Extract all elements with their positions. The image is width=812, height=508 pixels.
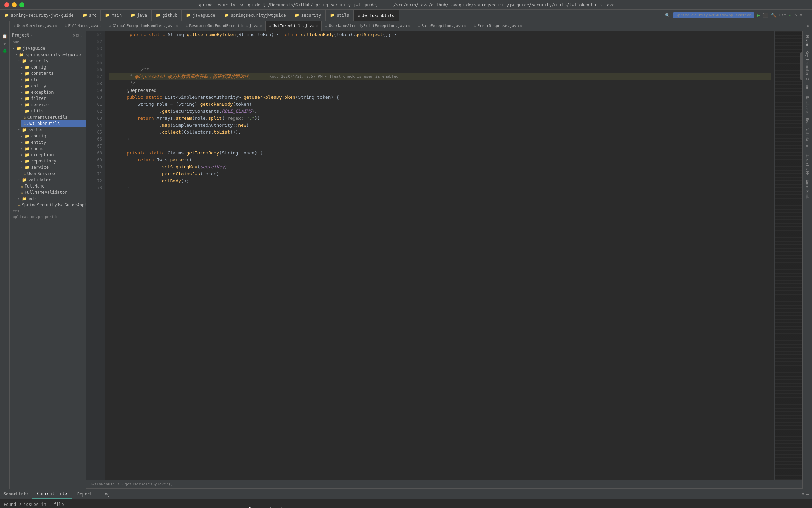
minimize-button[interactable] (12, 2, 17, 7)
maven-icon[interactable]: Maven (805, 34, 810, 47)
run-button[interactable]: ▶ (757, 13, 760, 18)
window-title: spring-security-jwt-guide [~/Documents/G… (197, 2, 614, 7)
editor-settings-icon[interactable]: ⚙ (807, 24, 809, 28)
sidebar-item-system-service[interactable]: ▾📁 service (18, 164, 86, 170)
close-tab-icon[interactable]: ✕ (260, 24, 262, 28)
sidebar-item-service-security[interactable]: ▸📁 service (18, 102, 86, 108)
tab-main[interactable]: 📁 main (101, 10, 126, 21)
tab-utils[interactable]: 📁 utils (326, 10, 354, 21)
word-book-icon[interactable]: Word Book (805, 178, 810, 200)
stop-button[interactable]: ⬛ (763, 13, 768, 18)
key-promoter-icon[interactable]: Key Promoter X (805, 49, 810, 81)
editor-tab-resourcenotfound[interactable]: ☕ ResourceNotFoundException.java ✕ (182, 21, 266, 31)
vcs-update-button[interactable]: ↻ (795, 13, 797, 17)
editor-tab-globalexception[interactable]: ☕ GlobalExceptionHandler.java ✕ (105, 21, 182, 31)
close-tab-icon[interactable]: ✕ (464, 24, 466, 28)
bottom-content: Found 2 issues in 1 file ▾ ☕ JwtTokenUti… (0, 499, 812, 508)
sidebar-item-entity[interactable]: ▸📁 entity (18, 83, 86, 89)
minimize-panel-icon[interactable]: — (806, 491, 809, 497)
bottom-tab-report[interactable]: Report (72, 489, 97, 499)
sidebar-item-fullname[interactable]: ☕ FullName (18, 183, 86, 189)
settings-button[interactable]: ⚙ (799, 13, 802, 17)
editor-tab-fullname[interactable]: ☕ FullName.java ✕ (61, 21, 106, 31)
sidebar-item-javaguide[interactable]: ▾📁 javaguide (10, 45, 86, 51)
sidebar-item-constants[interactable]: ▸📁 constants (18, 70, 86, 77)
sidebar-item-dto[interactable]: ▸📁 dto (18, 77, 86, 83)
gear-icon[interactable]: ⚙ (802, 492, 804, 497)
code-line-71: .parseClaimsJws(token) (109, 170, 771, 177)
sidebar-item-fullnamevalidator[interactable]: ☕ FullNameValidator (18, 189, 86, 196)
close-tab-icon[interactable]: ✕ (99, 24, 102, 28)
editor-tab-baseexception[interactable]: ☕ BaseException.java ✕ (414, 21, 470, 31)
more-options-button[interactable]: ⋮ (805, 13, 809, 17)
sidebar-item-filter[interactable]: ▸📁 filter (18, 95, 86, 102)
sidebar-item-system-repository[interactable]: ▸📁 repository (18, 158, 86, 164)
code-line-52 (109, 38, 771, 45)
jakarta-icon[interactable]: Jakarta/EE (805, 153, 810, 176)
tab-github[interactable]: 📁 github (152, 10, 182, 21)
close-tab-icon[interactable]: ✕ (55, 24, 57, 28)
sidebar-item-springapplication[interactable]: ☕ SpringSecurityJwtGuideApplication (15, 202, 86, 208)
project-dropdown-icon[interactable]: ▾ (31, 33, 33, 37)
sync-icon[interactable]: ⚙ (73, 33, 75, 38)
editor-tab-errorresponse[interactable]: ☕ ErrorResponse.java ✕ (470, 21, 526, 31)
project-view-toggle[interactable]: ☰ (0, 21, 10, 31)
sidebar-item-system-enums[interactable]: ▸📁 enums (18, 145, 86, 152)
minimap-scrollbar[interactable] (800, 52, 802, 80)
tab-java[interactable]: 📁 java (126, 10, 152, 21)
ant-icon[interactable]: Ant (805, 84, 810, 93)
window-controls[interactable] (4, 2, 24, 7)
database-icon[interactable]: Database (805, 95, 810, 114)
code-line-55 (109, 59, 771, 66)
settings-icon[interactable]: ⋮ (80, 33, 84, 38)
sidebar-item-properties[interactable]: pplication.properties (10, 214, 86, 220)
tab-jwttokenutils[interactable]: ☕ JwtTokenUtils (354, 10, 399, 21)
sidebar-item-validator[interactable]: ▾📁 validator (15, 177, 86, 183)
sidebar-item-exception[interactable]: ▸📁 exception (18, 89, 86, 95)
sidebar-item-ces: ces (10, 208, 86, 214)
sidebar-item-jwttokenutils[interactable]: ☕ JwtTokenUtils (21, 120, 86, 127)
close-tab-icon[interactable]: ✕ (408, 24, 411, 28)
hierarchy-icon[interactable]: 🌲 (2, 49, 7, 53)
maximize-button[interactable] (19, 2, 24, 7)
collapse-all-icon[interactable]: ⊟ (76, 33, 79, 38)
sidebar-item-system-entity[interactable]: ▸📁 entity (18, 139, 86, 145)
rule-tab-rule[interactable]: Rule (243, 505, 265, 508)
editor-tab-usernameexists[interactable]: ☕ UserNameAlreadyExistException.java ✕ (322, 21, 414, 31)
bean-validation-icon[interactable]: Bean Validation (805, 117, 810, 151)
sidebar-item-utils[interactable]: ▾📁 utils (18, 108, 86, 114)
sidebar-item-security[interactable]: ▾📁 security (15, 58, 86, 64)
editor-tab-userservice[interactable]: ☕ UserService.java ✕ (10, 21, 61, 31)
close-tab-icon[interactable]: ✕ (316, 24, 318, 28)
sidebar-item-userservice[interactable]: ☕ UserService (21, 170, 86, 177)
sidebar-item-config[interactable]: ▸📁 config (18, 64, 86, 70)
bottom-tab-log[interactable]: Log (97, 489, 115, 499)
bottom-tab-currentfile[interactable]: Current file (32, 489, 72, 499)
sidebar-item-web[interactable]: ▸📁 web (15, 196, 86, 202)
tab-src[interactable]: 📁 src (78, 10, 101, 21)
sidebar-item-system-exception[interactable]: ▸📁 exception (18, 152, 86, 158)
tab-springsecurityjwtguide[interactable]: 📁 springsecurityjwtguide (220, 10, 291, 21)
sidebar-item-springsecurityjwtguide[interactable]: ▾📁 springsecurityjwtguide (13, 51, 86, 58)
editor-tab-jwttokenutils[interactable]: ☕ JwtTokenUtils.java ✕ (266, 21, 322, 31)
tab-security[interactable]: 📁 security (290, 10, 326, 21)
build-button[interactable]: 🔨 (771, 13, 777, 18)
sidebar-item-system[interactable]: ▾📁 system (15, 127, 86, 133)
tab-javaguide[interactable]: 📁 javaguide (182, 10, 220, 21)
tab-project[interactable]: 📁 spring-security-jwt-guide (0, 10, 78, 21)
sidebar-item-currentuserutils[interactable]: ☕ CurrentUserUtils (21, 114, 86, 120)
structure-icon[interactable]: 📋 (2, 34, 7, 39)
search-icon[interactable]: 🔍 (665, 13, 670, 18)
code-line-70: .setSigningKey(secretKey) (109, 164, 771, 170)
breadcrumb-item-1: JwtTokenUtils (90, 482, 120, 486)
rule-tab-locations[interactable]: Locations (265, 505, 298, 508)
code-editor[interactable]: public static String getUsernameByToken(… (105, 31, 774, 489)
code-line-60: public static List<SimpleGrantedAuthorit… (109, 94, 771, 101)
close-tab-icon[interactable]: ✕ (520, 24, 522, 28)
git-icon[interactable]: Git (779, 13, 786, 17)
favorites-icon[interactable]: ★ (3, 41, 6, 46)
close-tab-icon[interactable]: ✕ (176, 24, 178, 28)
close-button[interactable] (4, 2, 9, 7)
run-config-dropdown[interactable]: SpringSecurityJwtGuideApplication (673, 12, 755, 18)
sidebar-item-system-config[interactable]: ▸📁 config (18, 133, 86, 139)
